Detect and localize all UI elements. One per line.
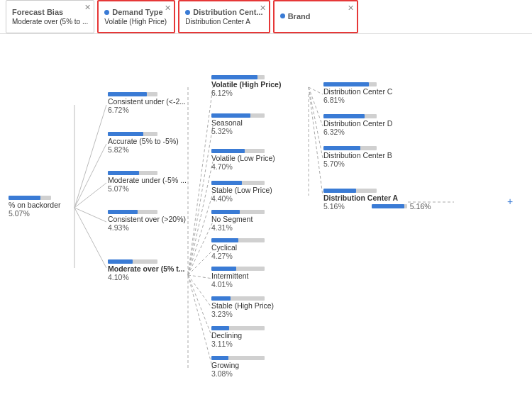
l3-node-2: Distribution Center B 5.70% xyxy=(323,146,392,168)
svg-line-0 xyxy=(74,105,106,208)
l2-value-2: 4.70% xyxy=(211,162,275,171)
forecast-bias-label: Forecast Bias xyxy=(12,8,63,16)
filter-pill-demand-type[interactable]: Demand Type Volatile (High Price) ✕ xyxy=(97,0,175,33)
l1-value-1: 5.82% xyxy=(108,145,179,154)
tree-area: % on backorder 5.07% Consistent under (<… xyxy=(0,34,532,397)
l2-value-1: 5.32% xyxy=(211,127,265,135)
svg-line-15 xyxy=(188,275,213,369)
root-value: 5.07% xyxy=(9,209,61,218)
l2-label-5: Cyclical xyxy=(211,243,265,252)
l1-node-4: Moderate over (5% t... 4.10% xyxy=(108,259,185,281)
demand-type-value: Volatile (High Price) xyxy=(104,18,168,26)
main-container: Forecast Bias Moderate over (5% to ... ✕… xyxy=(0,0,532,397)
distribution-center-label: Distribution Cent... xyxy=(193,8,262,16)
plus-icon[interactable]: + xyxy=(507,196,513,207)
filter-bar: Forecast Bias Moderate over (5% to ... ✕… xyxy=(0,0,532,34)
demand-type-close[interactable]: ✕ xyxy=(165,4,171,12)
l2-value-7: 3.23% xyxy=(211,310,274,318)
brand-label: Brand xyxy=(288,12,311,21)
svg-line-8 xyxy=(188,162,213,275)
distribution-center-value: Distribution Center A xyxy=(185,18,262,26)
l2-node-6: Intermittent 4.01% xyxy=(211,267,265,289)
l2-node-5: Cyclical 4.27% xyxy=(211,238,265,260)
brand-dot xyxy=(280,13,285,18)
l3-node-3: Distribution Center A 5.16% 5.16% xyxy=(323,189,431,211)
forecast-bias-close[interactable]: ✕ xyxy=(84,4,91,11)
svg-line-14 xyxy=(188,275,213,339)
l3-label-0: Distribution Center C xyxy=(323,87,392,96)
l2-node-7: Stable (High Price) 3.23% xyxy=(211,296,274,318)
root-label: % on backorder xyxy=(9,201,61,209)
svg-line-3 xyxy=(74,208,106,222)
l2-node-8: Declining 3.11% xyxy=(211,326,265,348)
l2-node-1: Seasonal 5.32% xyxy=(211,113,265,135)
l2-value-6: 4.01% xyxy=(211,280,265,289)
svg-line-20 xyxy=(309,87,323,196)
l1-value-4: 4.10% xyxy=(108,273,185,281)
l2-value-0: 6.12% xyxy=(211,89,281,97)
svg-line-13 xyxy=(188,275,213,309)
l2-node-4: No Segment 4.31% xyxy=(211,210,265,232)
l3-node-1: Distribution Center D 6.32% xyxy=(323,114,392,136)
svg-line-11 xyxy=(188,250,213,275)
svg-line-17 xyxy=(309,87,323,94)
distribution-center-close[interactable]: ✕ xyxy=(260,4,266,12)
l2-label-0: Volatile (High Price) xyxy=(211,80,281,89)
l1-label-4: Moderate over (5% t... xyxy=(108,264,185,273)
l1-value-3: 4.93% xyxy=(108,223,186,232)
l3-label-1: Distribution Center D xyxy=(323,119,392,128)
demand-type-dot xyxy=(104,10,109,15)
l1-label-2: Moderate under (-5% ... xyxy=(108,176,187,184)
brand-close[interactable]: ✕ xyxy=(348,4,354,12)
svg-line-12 xyxy=(188,275,213,279)
l2-value-4: 4.31% xyxy=(211,223,265,232)
forecast-bias-value: Moderate over (5% to ... xyxy=(12,18,88,26)
l3-value-1: 6.32% xyxy=(323,128,392,136)
l2-node-9: Growing 3.08% xyxy=(211,356,265,378)
svg-line-2 xyxy=(74,183,106,208)
filter-pill-forecast-bias[interactable]: Forecast Bias Moderate over (5% to ... ✕ xyxy=(6,0,94,33)
l1-node-1: Accurate (5% to -5%) 5.82% xyxy=(108,132,179,154)
l3-label-3: Distribution Center A xyxy=(323,194,431,202)
l2-label-1: Seasonal xyxy=(211,118,265,127)
l1-node-0: Consistent under (<-2... 6.72% xyxy=(108,92,186,114)
l1-node-2: Moderate under (-5% ... 5.07% xyxy=(108,171,187,193)
l2-label-8: Declining xyxy=(211,331,265,340)
filter-pill-distribution-center[interactable]: Distribution Cent... Distribution Center… xyxy=(178,0,270,33)
root-node: % on backorder 5.07% xyxy=(9,196,61,218)
distribution-center-dot xyxy=(185,10,190,15)
l1-label-3: Consistent over (>20%) xyxy=(108,215,186,223)
l2-label-2: Volatile (Low Price) xyxy=(211,154,275,162)
l3-label-2: Distribution Center B xyxy=(323,151,392,160)
l2-label-7: Stable (High Price) xyxy=(211,301,274,310)
l1-value-2: 5.07% xyxy=(108,184,187,193)
demand-type-label: Demand Type xyxy=(112,8,162,16)
l3-value-3b: 5.16% xyxy=(410,202,431,211)
l2-label-3: Stable (Low Price) xyxy=(211,186,272,194)
l2-label-9: Growing xyxy=(211,361,265,369)
l2-value-8: 3.11% xyxy=(211,340,265,348)
l2-value-3: 4.40% xyxy=(211,194,272,203)
l3-value-2: 5.70% xyxy=(323,160,392,168)
l2-node-2: Volatile (Low Price) 4.70% xyxy=(211,149,275,171)
l2-value-9: 3.08% xyxy=(211,369,265,378)
l1-value-0: 6.72% xyxy=(108,106,186,114)
l2-node-3: Stable (Low Price) 4.40% xyxy=(211,181,272,203)
svg-line-19 xyxy=(309,87,323,158)
l3-value-0: 6.81% xyxy=(323,96,392,104)
svg-line-10 xyxy=(188,222,213,275)
svg-line-1 xyxy=(74,144,106,208)
l3-node-0: Distribution Center C 6.81% xyxy=(323,82,392,104)
l2-value-5: 4.27% xyxy=(211,252,265,260)
filter-pill-brand[interactable]: Brand ✕ xyxy=(273,0,358,33)
expand-button[interactable]: + xyxy=(507,196,513,207)
l2-label-4: No Segment xyxy=(211,215,265,223)
svg-line-7 xyxy=(188,126,213,275)
l1-node-3: Consistent over (>20%) 4.93% xyxy=(108,210,186,232)
l2-node-0: Volatile (High Price) 6.12% xyxy=(211,75,281,97)
l3-value-3: 5.16% xyxy=(323,202,345,211)
decomposition-tree: % on backorder 5.07% Consistent under (<… xyxy=(0,34,532,397)
svg-line-4 xyxy=(74,208,106,268)
l1-label-0: Consistent under (<-2... xyxy=(108,97,186,106)
l1-label-1: Accurate (5% to -5%) xyxy=(108,137,179,145)
